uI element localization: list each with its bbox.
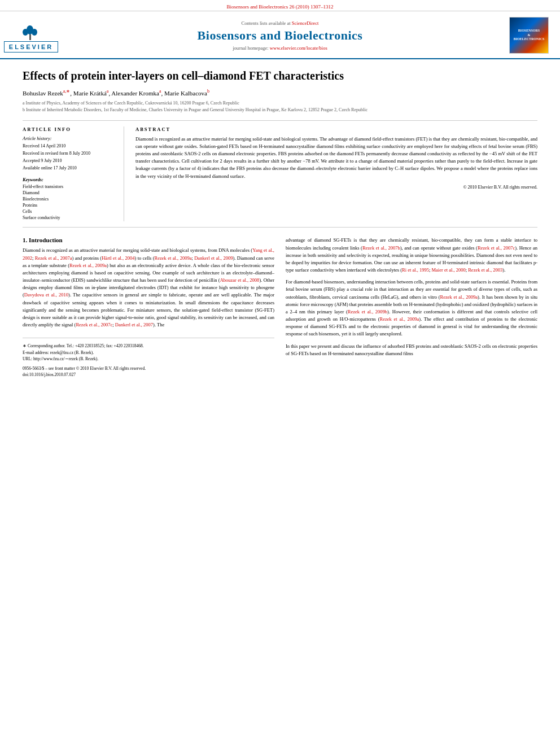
- ref-maier2000[interactable]: Maier et al., 2000: [431, 267, 465, 273]
- header-center: Contents lists available at ScienceDirec…: [62, 20, 498, 51]
- section1-para1: Diamond is recognized as an attractive m…: [23, 247, 274, 329]
- ref-rezek2009a-2[interactable]: Rezek et al., 2009a: [69, 263, 107, 268]
- ref-rezek2007a[interactable]: Rezek et al., 2007a: [35, 255, 72, 261]
- affiliation-b: b Institute of Inherited Metabolic Disor…: [23, 107, 537, 113]
- body-left-column: 1. Introduction Diamond is recognized as…: [23, 237, 274, 378]
- journal-top-bar: Biosensors and Bioelectronics 26 (2010) …: [0, 0, 560, 11]
- article-title: Effects of protein inter-layers on cell–…: [23, 68, 537, 83]
- ref-rezek2007c[interactable]: Rezek et al., 2007c: [76, 322, 112, 327]
- ref-rezek2009a-3[interactable]: Rezek et al., 2009a: [440, 294, 478, 300]
- keyword-fet: Field-effect transistors: [23, 184, 116, 189]
- body-right-column: advantage of diamond SG-FETs is that the…: [286, 237, 537, 378]
- svg-point-4: [32, 29, 37, 36]
- page-wrapper: Biosensors and Bioelectronics 26 (2010) …: [0, 0, 560, 747]
- corresponding-footnote: ∗ Corresponding author. Tel.: +420 22031…: [23, 343, 274, 349]
- journal-homepage: journal homepage: www.elsevier.com/locat…: [62, 45, 498, 51]
- doi-footnote: doi:10.1016/j.bios.2010.07.027: [23, 372, 274, 378]
- keyword-bioelectronics: Bioelectronics: [23, 196, 116, 202]
- available-date: Available online 17 July 2010: [23, 165, 116, 171]
- issn-footnote: 0956-5663/$ – see front matter © 2010 El…: [23, 365, 274, 372]
- ref-davydova2010[interactable]: Davydova et al., 2010: [24, 292, 68, 298]
- email-footnote: E-mail address: rezek@fzu.cz (B. Rezek).: [23, 350, 274, 356]
- article-info-heading: ARTICLE INFO: [23, 126, 116, 132]
- ref-dankerl2007[interactable]: Dankerl et al., 2007: [115, 322, 153, 327]
- keyword-proteins: Proteins: [23, 203, 116, 208]
- keywords-section: Keywords: Field-effect transistors Diamo…: [23, 177, 116, 220]
- elsevier-logo: ELSEVIER: [11, 19, 51, 53]
- article-history: Article history: Received 14 April 2010 …: [23, 136, 116, 172]
- section1-para3: For diamond-based biosensors, understand…: [286, 278, 537, 338]
- keywords-label: Keywords:: [23, 177, 116, 182]
- article-info-column: ARTICLE INFO Article history: Received 1…: [23, 126, 124, 222]
- footnote-section: ∗ Corresponding author. Tel.: +420 22031…: [23, 338, 274, 378]
- ref-rezek2007c-2[interactable]: Rezek et al., 2007c: [478, 245, 515, 251]
- journal-cover-image: BIOSENSORS & BIOELECTRONICS: [509, 17, 549, 54]
- ref-abouzar2008[interactable]: Abouzar et al., 2008: [220, 277, 260, 283]
- homepage-url[interactable]: www.elsevier.com/locate/bios: [270, 45, 327, 51]
- ref-rezek2007b[interactable]: Rezek et al., 2007b: [362, 245, 400, 251]
- svg-point-3: [23, 29, 28, 36]
- sciencedirect-line: Contents lists available at ScienceDirec…: [62, 20, 498, 26]
- section1-para2: advantage of diamond SG-FETs is that the…: [286, 237, 537, 274]
- received-revised-date: Received in revised form 8 July 2010: [23, 150, 116, 156]
- copyright-line: © 2010 Elsevier B.V. All rights reserved…: [135, 185, 537, 190]
- affiliation-a: a Institute of Physics, Academy of Scien…: [23, 100, 537, 107]
- elsevier-wordmark: ELSEVIER: [4, 41, 58, 53]
- section1-para4: In this paper we present and discuss the…: [286, 343, 537, 357]
- article-content: Effects of protein inter-layers on cell–…: [0, 59, 560, 390]
- abstract-heading: ABSTRACT: [135, 126, 537, 132]
- abstract-text: Diamond is recognized as an attractive m…: [135, 136, 537, 180]
- section1-heading: 1. Introduction: [23, 237, 274, 243]
- header-section: ELSEVIER Contents lists available at Sci…: [0, 11, 560, 59]
- abstract-column: ABSTRACT Diamond is recognized as an att…: [135, 126, 537, 222]
- keyword-diamond: Diamond: [23, 190, 116, 195]
- elsevier-logo-svg: [14, 19, 48, 41]
- ref-hartl2004[interactable]: Härtl et al., 2004: [102, 255, 134, 261]
- body-section: 1. Introduction Diamond is recognized as…: [23, 237, 537, 378]
- journal-reference: Biosensors and Bioelectronics 26 (2010) …: [226, 4, 333, 10]
- author-list: Bohuslav Rezeka,∗, Marie Krátkáa, Alexan…: [23, 90, 209, 97]
- accepted-date: Accepted 9 July 2010: [23, 158, 116, 164]
- keyword-surface: Surface conductivity: [23, 215, 116, 220]
- article-info-abstract-section: ARTICLE INFO Article history: Received 1…: [23, 120, 537, 228]
- ref-rezek2009a-4[interactable]: Rezek et al., 2009a: [380, 316, 419, 322]
- affiliations: a Institute of Physics, Academy of Scien…: [23, 100, 537, 113]
- keyword-cells: Cells: [23, 209, 116, 214]
- url-footnote: URL: http://www.fzu.cz/∼rezek (B. Rezek)…: [23, 356, 274, 362]
- sciencedirect-link[interactable]: ScienceDirect: [292, 20, 319, 26]
- ref-dankerl2009[interactable]: Dankerl et al., 2009: [194, 255, 233, 261]
- journal-title: Biosensors and Bioelectronics: [62, 28, 498, 43]
- svg-rect-1: [29, 34, 31, 40]
- authors: Bohuslav Rezeka,∗, Marie Krátkáa, Alexan…: [23, 89, 537, 97]
- received-date: Received 14 April 2010: [23, 143, 116, 149]
- ref-rezek2009a[interactable]: Rezek et al., 2009a: [155, 255, 192, 261]
- ref-rezek2009b[interactable]: Rezek et al., 2009b: [348, 309, 387, 314]
- ref-rezek2003[interactable]: Rezek et al., 2003: [468, 267, 502, 273]
- history-label: Article history:: [23, 136, 116, 141]
- ref-ri1995[interactable]: Ri et al., 1995: [402, 267, 429, 273]
